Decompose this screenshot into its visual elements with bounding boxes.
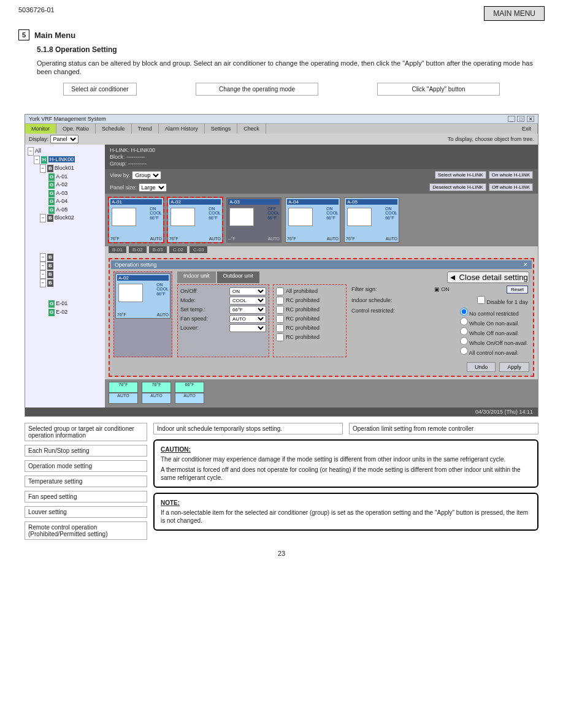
mode-select[interactable]: COOL	[229, 297, 266, 305]
display-bar: Display: Panel To display, choose object…	[25, 134, 538, 145]
check-rc-prohibited[interactable]: RC prohibited	[276, 333, 343, 341]
deselect-whole-hlink-button[interactable]: Deselect whole H-LINK	[429, 183, 486, 191]
callout-run-stop: Each Run/Stop setting	[25, 445, 147, 457]
apply-button[interactable]: Apply	[499, 362, 529, 372]
unit-tile[interactable]: A-04 ONCOOL66°F 76°FAUTO	[285, 197, 340, 243]
tree-b[interactable]: −B	[28, 262, 102, 270]
op-close-icon[interactable]: ✕	[523, 262, 528, 268]
callout-op-mode: Operation mode setting	[25, 460, 147, 472]
tree-b[interactable]: −B	[28, 270, 102, 279]
tab-schedule[interactable]: Schedule	[96, 124, 132, 134]
callout-select: Select air conditioner	[63, 83, 137, 96]
caution-line: The air conditioner may experience damag…	[161, 455, 531, 463]
tree-block01[interactable]: −BBlock01	[28, 164, 102, 173]
louver-select[interactable]	[229, 324, 266, 332]
settemp-select[interactable]: 66°F	[229, 306, 266, 314]
viewby-select[interactable]: Group	[132, 171, 161, 180]
unit-icon	[170, 208, 195, 226]
tab-trend[interactable]: Trend	[132, 124, 159, 134]
unit-tile[interactable]: A-05 ONCOOL66°F 76°FAUTO	[344, 197, 399, 243]
maximize-button[interactable]: □	[517, 116, 524, 122]
panelsize-label: Panel size:	[110, 184, 137, 191]
check-rc-prohibited[interactable]: RC prohibited	[276, 297, 343, 305]
tree-b[interactable]: −B	[28, 253, 102, 262]
filter-label: Filter sign:	[351, 286, 377, 292]
tree-block02[interactable]: −BBlock02	[28, 214, 102, 222]
subsection-title: 5.1.8 Operation Setting	[0, 43, 563, 59]
op-footer: Undo Apply	[111, 360, 532, 374]
viewby-label: View by:	[110, 172, 131, 178]
check-rc-prohibited[interactable]: RC prohibited	[276, 315, 343, 323]
check-all-prohibited[interactable]: All prohibited	[276, 287, 343, 295]
tab-monitor[interactable]: Monitor	[25, 124, 56, 134]
unit-tile[interactable]: A-01 ONCOOL66°F 76°FAUTO	[109, 197, 164, 243]
op-title: Operation setting	[115, 262, 157, 268]
mode-label: Mode:	[180, 297, 196, 303]
mini-tile[interactable]: 76°FAUTO	[142, 382, 171, 405]
minimize-button[interactable]: _	[508, 116, 515, 122]
section-badge: MAIN MENU	[484, 6, 545, 21]
callout-limit-remote: Operation limit setting from remote cont…	[349, 423, 538, 434]
check-rc-prohibited[interactable]: RC prohibited	[276, 306, 343, 314]
tree-group[interactable]: GA-02	[28, 181, 102, 189]
tree-hlink[interactable]: −HH-LINK00	[28, 156, 102, 164]
tree-group[interactable]: GA-01	[28, 173, 102, 181]
connector-lines	[0, 97, 563, 112]
tree-group[interactable]: GA-05	[28, 206, 102, 214]
mini-tile[interactable]: 66°FAUTO	[175, 382, 204, 405]
check-rc-prohibited[interactable]: RC prohibited	[276, 324, 343, 332]
tab-settings[interactable]: Settings	[205, 124, 238, 134]
on-whole-hlink-button[interactable]: On whole H-LINK	[489, 171, 533, 179]
page-number: 23	[0, 544, 563, 561]
radio-no-restrict[interactable]: No control restricted	[460, 308, 528, 317]
unit-tile[interactable]: A-03 OFFCOOL66°F --°FAUTO	[226, 197, 282, 243]
tree-group[interactable]: GE-01	[28, 300, 102, 308]
indoor-schedule-label: Indoor schedule:	[351, 297, 393, 303]
screenshot: York VRF Management System _ □ ✕ Monitor…	[25, 114, 538, 417]
selected-unit-tile: A-02 ONCOOL66°F 76°FAUTO	[115, 273, 170, 319]
select-whole-hlink-button[interactable]: Select whole H-LINK	[435, 171, 486, 179]
onoff-select[interactable]: ON	[229, 287, 266, 295]
tree-group[interactable]: GE-02	[28, 308, 102, 317]
tab-ope-ratio[interactable]: Ope. Ratio	[56, 124, 96, 134]
tree-view[interactable]: −All −HH-LINK00 −BBlock01 GA-01 GA-02 GA…	[25, 145, 105, 408]
section-title: Main Menu	[34, 31, 75, 40]
tree-group[interactable]: GA-04	[28, 197, 102, 206]
window-title: York VRF Management System	[29, 116, 106, 122]
section-number: 5	[18, 29, 29, 40]
display-select[interactable]: Panel	[50, 135, 79, 143]
tree-root[interactable]: −All	[28, 147, 102, 156]
control-restricted-label: Control restricted:	[351, 308, 395, 314]
fan-select[interactable]: AUTO	[229, 315, 266, 323]
unit-icon	[347, 208, 372, 226]
off-whole-hlink-button[interactable]: Off whole H-LINK	[489, 183, 533, 191]
unit-icon	[288, 208, 313, 226]
close-button[interactable]: ✕	[527, 116, 534, 122]
mini-tile[interactable]: 76°FAUTO	[109, 382, 138, 405]
close-detail-button[interactable]: ◄ Close detail setting	[447, 271, 529, 283]
fan-label: Fan speed:	[180, 316, 208, 322]
status-bar: 04/30/2015 (Thu) 14:11	[25, 408, 538, 416]
radio-whole-off-na[interactable]: Whole Off non-avail.	[460, 327, 528, 336]
subtab-outdoor[interactable]: Outdoor unit	[217, 271, 260, 283]
main-tabs: Monitor Ope. Ratio Schedule Trend Alarm …	[25, 124, 538, 134]
tab-check[interactable]: Check	[237, 124, 266, 134]
radio-whole-onoff-na[interactable]: Whole On/Off non-avail.	[460, 337, 528, 346]
note-text: If a non-selectable item for the selecte…	[161, 509, 531, 525]
disable-1day-checkbox[interactable]: Disable for 1 day	[477, 296, 528, 305]
panelsize-select[interactable]: Large	[139, 183, 167, 192]
subtab-indoor[interactable]: Indoor unit	[177, 271, 216, 283]
tree-group[interactable]: GA-03	[28, 189, 102, 198]
doc-number: 5036726-01	[18, 6, 55, 13]
tree-b[interactable]: −B	[28, 279, 102, 287]
undo-button[interactable]: Undo	[467, 362, 496, 372]
reset-button[interactable]: Reset	[507, 286, 528, 294]
radio-whole-on-na[interactable]: Whole On non-avail.	[460, 317, 528, 327]
op-controls: On/Off:ON Mode:COOL Set temp.:66°F Fan s…	[177, 284, 269, 357]
mini-tiles: 76°FAUTO 76°FAUTO 66°FAUTO	[105, 379, 538, 408]
unit-tile[interactable]: A-02 ONCOOL66°F 76°FAUTO	[167, 197, 223, 243]
tab-alarm-history[interactable]: Alarm History	[159, 124, 205, 134]
radio-all-control-na[interactable]: All control non-avail.	[460, 347, 528, 356]
unit-icon	[229, 208, 254, 226]
tab-exit[interactable]: Exit	[516, 124, 538, 134]
